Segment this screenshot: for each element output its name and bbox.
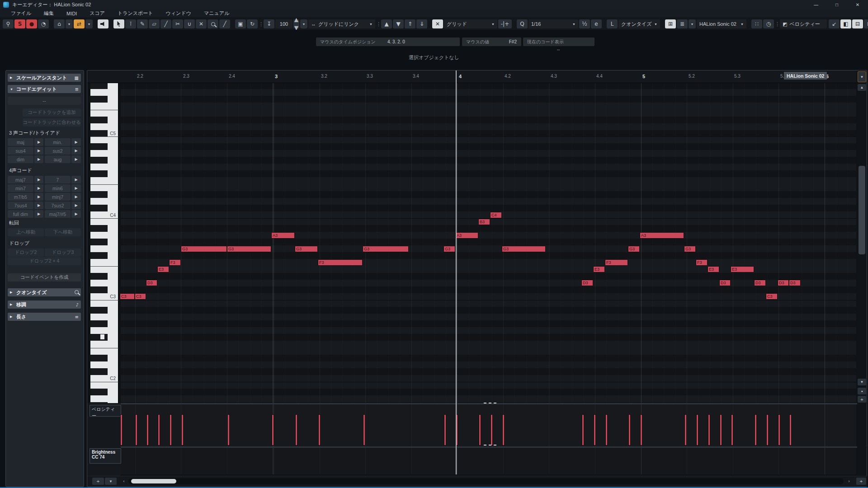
chord-variant-arrow[interactable]: ▶ xyxy=(71,155,81,163)
insert-velocity-stepper[interactable]: ▲▼ xyxy=(293,19,299,28)
midi-note[interactable]: D3 xyxy=(146,280,157,286)
window-layout-arrow[interactable]: ▼ xyxy=(66,19,73,28)
part-name-badge[interactable]: HALion Sonic 02 xyxy=(784,72,827,80)
chord-variant-arrow[interactable]: ▶ xyxy=(34,138,43,146)
midi-note[interactable]: E3 xyxy=(731,266,754,272)
midi-note[interactable]: B3 xyxy=(478,219,490,225)
length-quantize-dropdown[interactable]: クオンタイズ▼ xyxy=(618,19,660,28)
velocity-bar[interactable] xyxy=(135,414,137,446)
chord-variant-arrow[interactable]: ▶ xyxy=(71,193,81,201)
window-layout-button[interactable]: ⌂ xyxy=(54,19,65,28)
link-to-grid-dropdown[interactable]: ↔グリッドにリンク▼ xyxy=(308,19,375,28)
autoscroll-arrow[interactable]: ▼ xyxy=(85,19,93,28)
chord-button-m7b5[interactable]: m7/b5 xyxy=(8,193,33,201)
midi-note[interactable]: C3 xyxy=(135,293,146,300)
add-lane-button[interactable]: + xyxy=(92,478,104,485)
cutter-tool[interactable]: ╱ xyxy=(160,19,171,28)
match-chord-track-button[interactable]: コードトラックに合わせる xyxy=(23,118,81,127)
midi-note[interactable]: G3 xyxy=(181,246,227,252)
menu-item-2[interactable]: MIDI xyxy=(60,9,83,18)
note-grid[interactable] xyxy=(121,83,856,403)
lane-divider[interactable] xyxy=(87,446,867,448)
scroll-mode-button[interactable]: ▼ xyxy=(858,71,866,82)
midi-note[interactable]: G3 xyxy=(295,246,318,252)
midi-note[interactable]: F3 xyxy=(318,259,363,266)
snap-range-button[interactable]: -|+ xyxy=(498,19,512,28)
velocity-lane-label[interactable]: ベロシティー xyxy=(90,405,121,417)
midi-note[interactable]: E3 xyxy=(157,266,169,272)
menu-item-1[interactable]: 編集 xyxy=(38,9,60,18)
midi-note[interactable]: C3 xyxy=(120,293,135,300)
chord-button-7[interactable]: 7 xyxy=(45,176,71,183)
cc-lane-label[interactable]: Brightness CC 74 xyxy=(90,448,121,464)
insert-velocity-icon[interactable]: ↧ xyxy=(264,19,274,28)
drop-button-1[interactable]: ドロップ3 xyxy=(45,249,81,257)
tools-overflow-dots[interactable]: ⋮ xyxy=(259,21,263,27)
lower-zone-toggle-button[interactable]: ⊟ xyxy=(852,19,863,28)
velocity-bar[interactable] xyxy=(146,414,149,446)
chord-button-7sus2[interactable]: 7sus2 xyxy=(45,202,71,209)
midi-note[interactable]: A3 xyxy=(271,232,295,239)
erase-tool[interactable]: ▱ xyxy=(149,19,160,28)
chord-variant-arrow[interactable]: ▶ xyxy=(71,176,81,183)
independent-loop-button[interactable]: ↻ xyxy=(247,19,258,28)
chord-variant-arrow[interactable]: ▶ xyxy=(71,202,81,209)
chord-variant-arrow[interactable]: ▶ xyxy=(34,147,43,155)
chord-variant-arrow[interactable]: ▶ xyxy=(71,210,81,218)
scroll-up-button[interactable]: ▲ xyxy=(858,84,866,91)
glue-tool[interactable]: ∪ xyxy=(184,19,195,28)
velocity-bar[interactable] xyxy=(708,414,710,446)
menu-item-4[interactable]: トランスポート xyxy=(111,9,160,18)
section-header-chord-edit[interactable]: ▼コードエディット≣ xyxy=(8,85,81,93)
chord-button-7sus4[interactable]: 7sus4 xyxy=(8,202,33,209)
menu-item-3[interactable]: スコア xyxy=(83,9,111,18)
velocity-bar[interactable] xyxy=(295,414,297,446)
insert-velocity-value[interactable]: 100 xyxy=(275,19,292,28)
insert-velocity-arrow[interactable]: ▼ xyxy=(300,19,307,28)
velocity-bar[interactable] xyxy=(491,414,493,446)
velocity-bar[interactable] xyxy=(158,414,160,446)
chord-variant-arrow[interactable]: ▶ xyxy=(34,210,43,218)
midi-input-button[interactable]: ◷ xyxy=(763,19,774,28)
chord-variant-arrow[interactable]: ▶ xyxy=(71,147,81,155)
close-button[interactable]: ✕ xyxy=(847,0,868,9)
nudge-down-button[interactable]: ▼ xyxy=(393,19,404,28)
chord-variant-arrow[interactable]: ▶ xyxy=(71,184,81,192)
chord-variant-arrow[interactable]: ▶ xyxy=(71,138,81,146)
midi-note[interactable]: D3 xyxy=(778,280,789,286)
input-overflow-dots[interactable]: ⋮ xyxy=(775,21,779,27)
section-header-scale-assistant[interactable]: ▶スケールアシスタント▦ xyxy=(8,74,81,82)
drop-button-0[interactable]: ドロップ2 xyxy=(8,249,44,257)
iterative-quantize-button[interactable]: ½ xyxy=(579,19,590,28)
add-chord-track-button[interactable]: コードトラックを追加 xyxy=(23,108,81,117)
step-input-button[interactable]: ∷ xyxy=(751,19,762,28)
midi-note[interactable]: D3 xyxy=(754,280,766,286)
chord-button-minj7[interactable]: minj7 xyxy=(45,193,71,201)
solo-editor-button[interactable]: S xyxy=(14,19,25,28)
pin-editor-button[interactable]: ⚲ xyxy=(3,19,14,28)
split-tool[interactable]: ✂ xyxy=(172,19,183,28)
midi-note[interactable]: D3 xyxy=(719,280,731,286)
length-quantize-icon[interactable]: L xyxy=(607,19,618,28)
horizontal-zoom-button[interactable]: + xyxy=(856,478,866,485)
chord-button-fulldim[interactable]: full dim xyxy=(8,210,33,218)
velocity-bar[interactable] xyxy=(502,414,505,446)
snap-button[interactable]: ✕ xyxy=(432,19,443,28)
velocity-bar[interactable] xyxy=(696,414,698,446)
velocity-bar[interactable] xyxy=(778,414,780,446)
move-down-button[interactable]: ⇓ xyxy=(416,19,427,28)
line-tool[interactable]: ╱ xyxy=(219,19,230,28)
create-chord-event-button[interactable]: コードイベントを作成 xyxy=(8,273,81,282)
velocity-lane[interactable] xyxy=(121,404,856,446)
midi-note[interactable]: C3 xyxy=(766,293,778,300)
scroll-right-button[interactable]: › xyxy=(845,478,853,485)
menu-item-6[interactable]: マニュアル xyxy=(198,9,236,18)
draw-tool[interactable]: ✎ xyxy=(137,19,148,28)
midi-note[interactable]: F3 xyxy=(605,259,628,266)
chord-variant-arrow[interactable]: ▶ xyxy=(34,184,43,192)
chord-button-sus4[interactable]: sus4 xyxy=(8,147,33,155)
chord-button-aug[interactable]: aug xyxy=(45,155,71,163)
velocity-bar[interactable] xyxy=(731,414,733,446)
acoustic-feedback-button[interactable] xyxy=(98,19,108,28)
velocity-bar[interactable] xyxy=(272,414,274,446)
